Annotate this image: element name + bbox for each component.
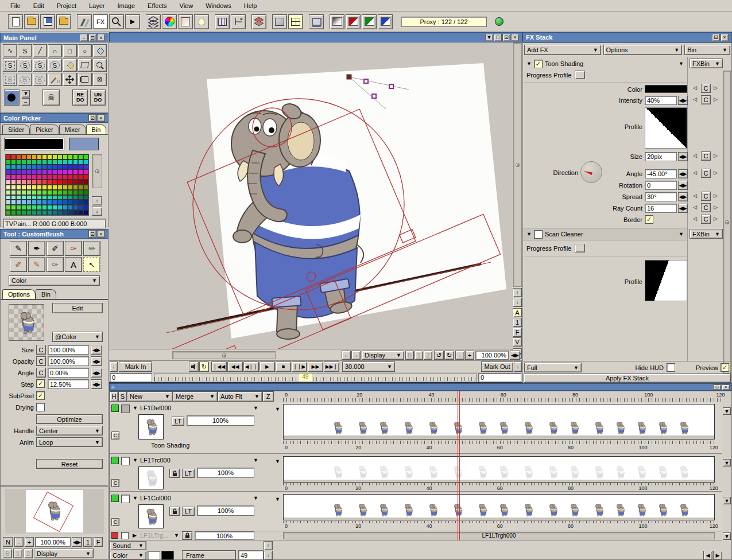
restore-button[interactable]: ⊡	[502, 34, 510, 41]
palette-cell[interactable]	[68, 205, 73, 210]
frame-thumbnail[interactable]	[499, 503, 509, 517]
layer2-menu-button[interactable]: ▼	[253, 457, 258, 463]
frame-thumbnail[interactable]	[594, 503, 604, 517]
palette-cell[interactable]	[11, 190, 16, 195]
mark-in-set-button[interactable]: ↓	[110, 361, 118, 372]
scan-enable-checkbox[interactable]	[534, 230, 543, 239]
toon-fxbin-button[interactable]: FXBin▼	[690, 59, 723, 68]
close-button[interactable]: ×	[722, 384, 730, 390]
layer-stack-button[interactable]	[251, 14, 266, 29]
frame-thumbnail[interactable]	[679, 465, 689, 479]
add-fx-dropdown[interactable]: Add FX▼	[524, 45, 601, 55]
anim-dropdown[interactable]: Loop▼	[36, 437, 103, 447]
palette-cell[interactable]	[83, 195, 88, 200]
layer4-opacity-field[interactable]: 100%	[195, 531, 254, 540]
zoom-in-button[interactable]: +	[25, 537, 34, 547]
coordinates-button[interactable]	[231, 14, 246, 29]
hide-column-header[interactable]: H	[110, 391, 118, 402]
frame-thumbnail[interactable]	[637, 421, 646, 435]
step-checkbox[interactable]: ✓	[36, 379, 45, 388]
palette-cell[interactable]	[63, 200, 68, 205]
track4-scroll-button[interactable]: ▼	[723, 532, 731, 540]
palette-cell[interactable]	[21, 169, 26, 174]
canvas-hscrollbar[interactable]	[172, 351, 276, 359]
palette-cell[interactable]	[83, 180, 88, 185]
palette-cell[interactable]	[57, 195, 63, 200]
scrollbar-knob[interactable]	[96, 170, 99, 173]
opacity-field[interactable]: 100.00%	[48, 356, 89, 366]
palette-cell[interactable]	[21, 154, 26, 160]
fast-forward-button[interactable]: ▶▶	[308, 361, 323, 372]
step-forward-button[interactable]: ❘❘▶	[292, 361, 307, 372]
layer2-expand-button[interactable]: ▼	[133, 457, 138, 463]
color-b-swatch[interactable]	[161, 551, 174, 560]
palette-cell[interactable]	[42, 210, 47, 215]
palette-cell[interactable]	[21, 200, 26, 205]
fx-stack-button[interactable]: FX	[93, 14, 108, 29]
canvas-2-button[interactable]: 2	[424, 351, 432, 360]
toon-intensity-stepper[interactable]: ◀▶	[678, 96, 688, 105]
scan-menu-button[interactable]: ▼	[679, 231, 684, 237]
layer3-thumbnail[interactable]	[138, 504, 164, 528]
tab-bin[interactable]: Bin	[86, 125, 107, 134]
palette-cell[interactable]	[6, 169, 11, 174]
palette-cell[interactable]	[32, 174, 37, 180]
reset-button[interactable]: Reset	[36, 459, 103, 469]
secondary-color-swatch[interactable]	[69, 138, 99, 150]
frame-thumbnail[interactable]	[615, 503, 625, 517]
menu-effects[interactable]: Effects	[142, 1, 172, 10]
palette-cell[interactable]	[37, 169, 42, 174]
palette-cell[interactable]	[11, 165, 16, 170]
track3-scroll-button[interactable]: ▼	[723, 497, 731, 504]
magic-wand-tool[interactable]: B	[48, 73, 62, 86]
arc-tool[interactable]: ∩	[48, 44, 62, 57]
palette-cell[interactable]	[32, 169, 37, 174]
palette-cell[interactable]	[16, 205, 21, 210]
toon-menu-button[interactable]: ▼	[679, 61, 684, 67]
brush-rect-tool[interactable]: B	[3, 73, 17, 86]
toon-border-checkbox[interactable]: ✓	[645, 215, 653, 224]
tab-picker[interactable]: Picker	[30, 125, 59, 134]
palette-cell[interactable]	[26, 210, 32, 215]
toon-size-field[interactable]: 20pix	[645, 152, 677, 161]
layer2-c-button[interactable]: C	[111, 479, 119, 487]
toon-intensity-field[interactable]: 40%	[645, 96, 677, 105]
palette-cell[interactable]	[52, 174, 57, 180]
hide-hud-checkbox[interactable]	[667, 363, 675, 372]
layer3-lock-button[interactable]	[169, 507, 180, 516]
palette-cell[interactable]	[78, 154, 83, 160]
scroll-up-button[interactable]: ↑	[513, 288, 522, 297]
palette-cell[interactable]	[78, 205, 83, 210]
palette-cell[interactable]	[42, 174, 47, 180]
collapse-scan-button[interactable]: ▼	[526, 231, 532, 237]
track1-frames[interactable]	[283, 404, 715, 440]
monitor-button[interactable]	[309, 14, 324, 29]
palette-cell[interactable]	[63, 185, 68, 190]
palette-cell[interactable]	[16, 169, 21, 174]
frame-thumbnail[interactable]	[428, 465, 438, 479]
layer4-expand-button[interactable]: ▶	[133, 532, 137, 538]
palette-cell[interactable]	[32, 160, 37, 165]
toon-intensity-c-button[interactable]: C	[701, 95, 711, 104]
track2-frames[interactable]	[283, 456, 715, 483]
frame-thumbnail[interactable]	[404, 465, 413, 479]
crop-tool[interactable]	[78, 59, 92, 72]
minimize-button[interactable]: −	[80, 34, 88, 41]
tools-button[interactable]	[77, 14, 92, 29]
color-picker-titlebar[interactable]: Color Picker ⊡×	[0, 113, 109, 123]
size-field[interactable]: 100.00%	[48, 345, 89, 355]
palette-cell[interactable]	[63, 195, 68, 200]
layer2-thumbnail[interactable]	[138, 466, 164, 489]
palette-cell[interactable]	[21, 165, 26, 170]
toon-border-c-button[interactable]: C	[701, 215, 711, 224]
dry-brush-tool[interactable]: ✑	[47, 257, 64, 272]
palette-cell[interactable]	[16, 185, 21, 190]
navigator-display-dropdown[interactable]: Display▼	[34, 549, 94, 558]
frame-thumbnail[interactable]	[570, 503, 579, 517]
toon-rotation-stepper[interactable]: ◀▶	[678, 181, 688, 190]
angle-lock-button[interactable]: C	[36, 368, 46, 378]
palette-cell[interactable]	[52, 169, 57, 174]
palette-cell[interactable]	[78, 185, 83, 190]
palette-cell[interactable]	[42, 165, 47, 170]
palette-cell[interactable]	[21, 195, 26, 200]
